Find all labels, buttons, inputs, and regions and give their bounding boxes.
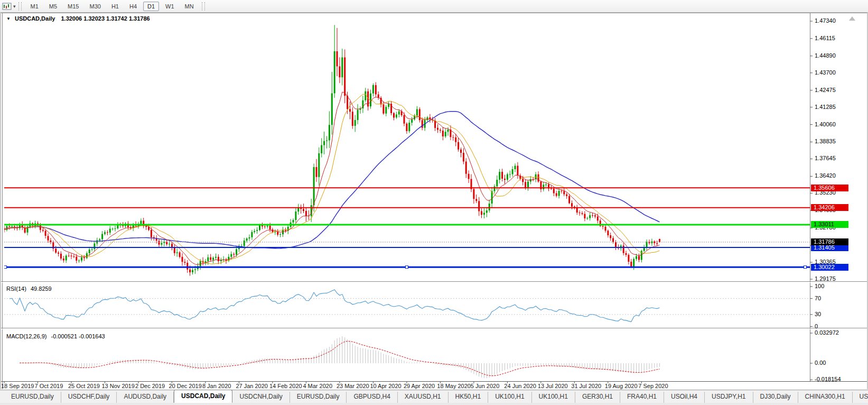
- chart-tab-12-fra40-h1[interactable]: FRA40,H1: [620, 392, 664, 403]
- chart-tab-0-eurusd-daily[interactable]: EURUSD,Daily: [4, 392, 61, 403]
- chart-tab-16-china300-h1[interactable]: CHINA300,H1: [798, 392, 853, 403]
- date-tick-label: 7 Oct 2019: [34, 383, 63, 389]
- chart-tabs: EURUSD,DailyUSDCHF,DailyAUDUSD,DailyUSDC…: [4, 390, 868, 403]
- axis-arrow-icon: [849, 16, 855, 21]
- symbol-dropdown-icon[interactable]: ▼: [6, 16, 11, 21]
- chart-tab-14-usdjpy-h1[interactable]: USDJPY,H1: [705, 392, 753, 403]
- macd-label-row: MACD(12,26,9) -0.000521 -0.001643: [6, 333, 105, 339]
- time-scale[interactable]: 18 Sep 20197 Oct 201925 Oct 201913 Nov 2…: [0, 381, 868, 390]
- chart-canvas[interactable]: [0, 0, 868, 405]
- chart-tab-1-usdchf-daily[interactable]: USDCHF,Daily: [61, 392, 117, 403]
- chart-tab-10-uk100-h1[interactable]: UK100,H1: [532, 392, 575, 403]
- macd-values: -0.000521 -0.001643: [51, 333, 105, 339]
- chart-tab-15-dj30-daily[interactable]: DJ30,Daily: [753, 392, 798, 403]
- mt4-window: ▾ M1M5M15M30H1H4D1W1MN ▼ USDCAD,Daily 1.…: [0, 0, 868, 405]
- rsi-label-row: RSI(14) 49.8259: [6, 286, 52, 292]
- chart-ohlc-values: 1.32006 1.32023 1.31742 1.31786: [61, 15, 150, 22]
- date-tick-label: 18 May 2020: [437, 383, 471, 389]
- chart-tab-7-xauusd-h1[interactable]: XAUUSD,H1: [398, 392, 449, 403]
- date-tick-label: 14 Feb 2020: [269, 383, 302, 389]
- date-tick-label: 25 Oct 2019: [68, 383, 100, 389]
- chart-tabs-bar: EURUSD,DailyUSDCHF,DailyAUDUSD,DailyUSDC…: [0, 390, 868, 403]
- chart-tab-17-usoil-h1[interactable]: USOil,H1: [853, 392, 868, 403]
- date-tick-label: 13 Jul 2020: [538, 383, 568, 389]
- date-tick-label: 8 Jan 2020: [202, 383, 231, 389]
- chart-title: ▼ USDCAD,Daily 1.32006 1.32023 1.31742 1…: [6, 15, 150, 22]
- chart-tab-11-ger30-h1[interactable]: GER30,H1: [575, 392, 620, 403]
- date-tick-label: 4 Mar 2020: [303, 383, 332, 389]
- date-tick-label: 18 Sep 2019: [1, 383, 34, 389]
- rsi-value: 49.8259: [31, 286, 52, 292]
- chart-tab-8-hk50-h1[interactable]: HK50,H1: [449, 392, 489, 403]
- date-tick-label: 20 Dec 2019: [169, 383, 201, 389]
- chart-tab-9-uk100-h1[interactable]: UK100,H1: [488, 392, 531, 403]
- status-strip: [0, 403, 868, 405]
- date-tick-label: 7 Sep 2020: [638, 383, 668, 389]
- chart-tab-6-gbpusd-h4[interactable]: GBPUSD,H4: [347, 392, 397, 403]
- date-tick-label: 27 Jan 2020: [236, 383, 268, 389]
- date-tick-label: 10 Apr 2020: [370, 383, 401, 389]
- date-tick-label: 31 Jul 2020: [571, 383, 601, 389]
- chart-tab-3-usdcad-daily[interactable]: USDCAD,Daily: [174, 390, 232, 403]
- chart-tab-5-eurusd-daily[interactable]: EURUSD,Daily: [290, 392, 347, 403]
- date-tick-label: 23 Mar 2020: [337, 383, 369, 389]
- date-tick-label: 24 Jun 2020: [504, 383, 536, 389]
- macd-label: MACD(12,26,9): [6, 333, 46, 339]
- date-tick-label: 5 Jun 2020: [471, 383, 499, 389]
- chart-tab-13-usoil-h4[interactable]: USOil,H4: [664, 392, 705, 403]
- rsi-label: RSI(14): [6, 286, 26, 292]
- chart-symbol-period: USDCAD,Daily: [15, 15, 55, 22]
- date-tick-label: 29 Apr 2020: [404, 383, 435, 389]
- chart-tab-4-usdcnh-daily[interactable]: USDCNH,Daily: [232, 392, 290, 403]
- date-tick-label: 19 Aug 2020: [605, 383, 638, 389]
- date-tick-label: 13 Nov 2019: [101, 383, 134, 389]
- date-tick-label: 2 Dec 2019: [135, 383, 165, 389]
- chart-tab-2-audusd-daily[interactable]: AUDUSD,Daily: [117, 392, 174, 403]
